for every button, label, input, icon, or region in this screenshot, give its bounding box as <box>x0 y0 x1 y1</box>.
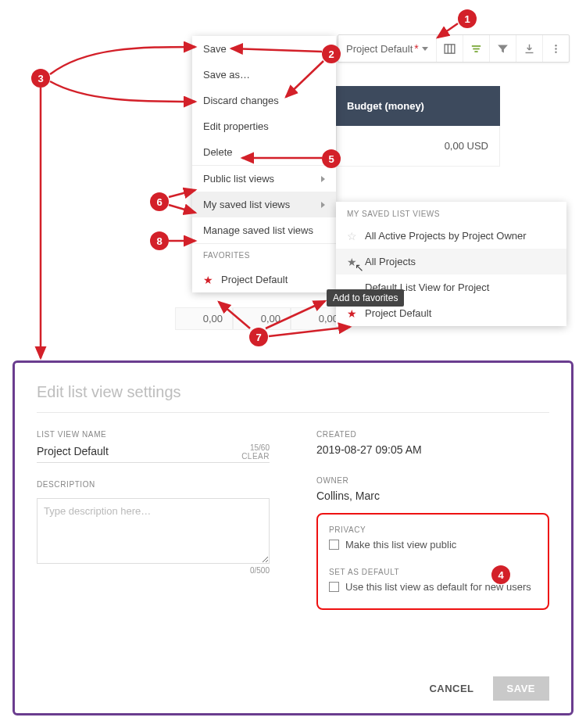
menu-discard[interactable]: Discard changes <box>192 88 336 113</box>
created-value: 2019-08-27 09:05 AM <box>316 443 549 456</box>
favorite-project-default[interactable]: ★ Project Default <box>192 267 336 292</box>
svg-point-9 <box>555 51 556 52</box>
menu-manage[interactable]: Manage saved list views <box>192 217 336 243</box>
callout-6: 6 <box>150 192 169 211</box>
save-button[interactable]: SAVE <box>493 676 549 701</box>
submenu-label: All Projects <box>365 256 416 267</box>
menu-my-saved-label: My saved list views <box>203 199 290 210</box>
modified-marker: * <box>414 42 418 55</box>
svg-rect-0 <box>445 44 455 52</box>
submenu-item[interactable]: ☆ All Active Projects by Project Owner <box>336 223 566 249</box>
columns-icon[interactable] <box>436 35 463 62</box>
tooltip-add-favorites: Add to favorites <box>327 289 404 307</box>
name-counter: 15/60 <box>241 443 270 452</box>
modal-left-column: LIST VIEW NAME Project Default 15/60 CLE… <box>37 430 270 610</box>
footer-cell: 0,00 <box>233 307 291 330</box>
owner-label: OWNER <box>316 476 549 485</box>
highlighted-options: PRIVACY Make this list view public SET A… <box>316 513 549 610</box>
submenu-header: MY SAVED LIST VIEWS <box>336 202 566 223</box>
submenu-item-all-projects[interactable]: ★ All Projects ↖ <box>336 249 566 274</box>
modal-right-column: CREATED 2019-08-27 09:05 AM OWNER Collin… <box>316 430 549 610</box>
edit-list-view-modal: Edit list view settings LIST VIEW NAME P… <box>13 360 573 715</box>
desc-counter: 0/500 <box>37 566 270 575</box>
privacy-chk-label: Make this list view public <box>345 539 456 550</box>
menu-delete[interactable]: Delete <box>192 139 336 165</box>
svg-point-8 <box>555 48 556 49</box>
footer-cells: 0,00 0,00 0,00 <box>175 307 348 330</box>
checkbox-icon[interactable] <box>329 540 339 550</box>
privacy-label: PRIVACY <box>329 525 537 534</box>
checkbox-icon[interactable] <box>329 582 339 592</box>
star-icon[interactable]: ★ <box>347 308 357 319</box>
budget-cell: 0,00 USD <box>336 126 500 167</box>
menu-my-saved[interactable]: My saved list views <box>192 192 336 217</box>
modal-title: Edit list view settings <box>37 383 549 401</box>
my-saved-submenu: MY SAVED LIST VIEWS ☆ All Active Project… <box>336 202 566 326</box>
svg-line-16 <box>169 205 195 213</box>
footer-cell: 0,00 <box>175 307 233 330</box>
clear-button[interactable]: CLEAR <box>241 452 270 461</box>
menu-public-views-label: Public list views <box>203 173 274 185</box>
current-view-dropdown[interactable]: Project Default * <box>338 36 436 61</box>
callout-4: 4 <box>491 565 510 584</box>
view-toolbar: Project Default * <box>338 34 570 63</box>
download-icon[interactable] <box>516 35 542 62</box>
budget-column: Budget (money) 0,00 USD <box>336 86 500 167</box>
menu-save[interactable]: Save <box>192 36 336 62</box>
callout-7: 7 <box>249 328 268 346</box>
callout-2: 2 <box>322 45 341 63</box>
favorite-label: Project Default <box>221 274 288 285</box>
view-label: Project Default <box>346 43 413 55</box>
menu-save-as[interactable]: Save as… <box>192 62 336 88</box>
chevron-right-icon <box>321 202 325 208</box>
kebab-icon[interactable] <box>542 35 569 62</box>
created-label: CREATED <box>316 430 549 439</box>
cancel-button[interactable]: CANCEL <box>421 676 481 701</box>
filter-lines-icon[interactable] <box>463 35 489 62</box>
description-textarea[interactable] <box>37 498 270 564</box>
callout-5: 5 <box>322 149 341 168</box>
funnel-icon[interactable] <box>489 35 516 62</box>
menu-public-views[interactable]: Public list views <box>192 166 336 192</box>
star-icon: ★ <box>203 274 213 285</box>
callout-3: 3 <box>31 69 50 88</box>
modal-footer: CANCEL SAVE <box>421 676 549 701</box>
favorites-header: FAVORITES <box>192 244 336 267</box>
budget-column-header: Budget (money) <box>336 86 500 126</box>
separator <box>37 412 549 413</box>
menu-edit-properties[interactable]: Edit properties <box>192 113 336 139</box>
owner-value: Collins, Marc <box>316 490 549 502</box>
name-label: LIST VIEW NAME <box>37 430 270 439</box>
svg-point-7 <box>555 45 556 46</box>
chevron-down-icon <box>422 47 428 51</box>
privacy-checkbox-row[interactable]: Make this list view public <box>329 539 537 550</box>
chevron-right-icon <box>321 176 325 182</box>
submenu-label: Project Default <box>365 307 431 319</box>
svg-line-15 <box>169 190 195 197</box>
star-icon[interactable]: ☆ <box>347 231 357 242</box>
submenu-label: All Active Projects by Project Owner <box>365 230 527 242</box>
view-menu: Save Save as… Discard changes Edit prope… <box>192 36 336 292</box>
description-label: DESCRIPTION <box>37 480 270 489</box>
name-input[interactable]: Project Default <box>37 445 109 457</box>
cursor-icon: ↖ <box>355 261 364 274</box>
callout-8: 8 <box>150 231 169 250</box>
callout-1: 1 <box>458 9 477 28</box>
